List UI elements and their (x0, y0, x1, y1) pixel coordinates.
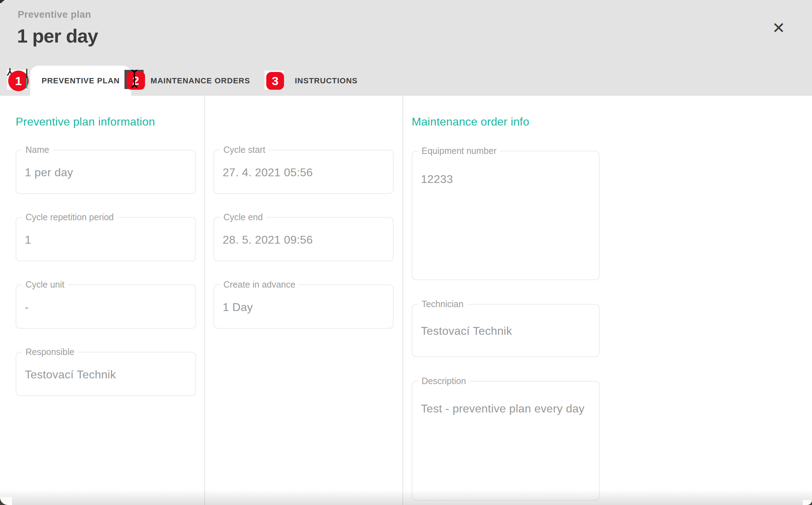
column-divider (204, 96, 205, 505)
modal-subtitle: Preventive plan (18, 9, 91, 20)
tab-label: INSTRUCTIONS (295, 76, 358, 85)
field-value: 27. 4. 2021 05:56 (223, 166, 313, 179)
tab-instructions[interactable]: INSTRUCTIONS (289, 66, 363, 96)
field-label: Cycle start (220, 145, 269, 155)
field-label: Equipment number (418, 146, 500, 156)
field-label: Create in advance (220, 279, 299, 290)
cycle-end-field[interactable]: Cycle end 28. 5. 2021 09:56 (213, 217, 394, 261)
tab-maintenance-orders[interactable]: MAINTENANCE ORDERS (147, 66, 254, 96)
responsible-field[interactable]: Responsible Testovací Technik (16, 352, 196, 396)
field-label: Name (22, 145, 53, 155)
cycle-repetition-period-field[interactable]: Cycle repetition period 1 (16, 217, 196, 261)
technician-field[interactable]: Technician Testovací Technik (412, 304, 600, 357)
equipment-number-field[interactable]: Equipment number 12233 (412, 151, 600, 280)
page-title: 1 per day (17, 25, 98, 47)
field-label: Description (418, 376, 469, 386)
section-heading-order-info: Maintenance order info (412, 115, 529, 128)
tab-label: MAINTENANCE ORDERS (151, 76, 250, 85)
field-value: Testovací Technik (421, 324, 512, 338)
close-icon: ✕ (772, 19, 785, 37)
tab-label: PREVENTIVE PLAN (41, 76, 119, 85)
section-heading-plan-info: Preventive plan information (16, 115, 155, 128)
modal-header: Preventive plan 1 per day ✕ PREVENTIVE P… (0, 0, 812, 96)
field-value: 1 per day (25, 166, 73, 179)
cycle-unit-field[interactable]: Cycle unit - (16, 284, 196, 329)
field-label: Cycle end (220, 212, 266, 222)
field-label: Cycle repetition period (22, 212, 117, 222)
field-value: 1 (25, 233, 31, 246)
tab-panel-preventive-plan: Preventive plan information Maintenance … (0, 96, 812, 505)
field-value: Testovací Technik (25, 368, 116, 381)
name-field[interactable]: Name 1 per day (16, 150, 196, 194)
som-badge-1: 1 (8, 71, 29, 91)
field-value: - (25, 301, 29, 314)
caret-line-dark (26, 69, 27, 78)
caret-line-teal (26, 78, 27, 89)
cycle-start-field[interactable]: Cycle start 27. 4. 2021 05:56 (213, 150, 394, 194)
close-button[interactable]: ✕ (766, 16, 791, 40)
tab-preventive-plan[interactable]: PREVENTIVE PLAN (30, 66, 131, 96)
field-value: 1 Day (223, 301, 253, 314)
field-label: Cycle unit (22, 279, 68, 290)
field-value: 28. 5. 2021 09:56 (223, 233, 313, 246)
field-value: Test - preventive plan every day (421, 402, 584, 415)
description-field[interactable]: Description Test - preventive plan every… (412, 381, 600, 501)
ibeam-cursor-icon (130, 69, 139, 89)
create-in-advance-field[interactable]: Create in advance 1 Day (213, 284, 394, 329)
field-label: Responsible (22, 347, 78, 357)
field-label: Technician (418, 299, 467, 309)
field-value: 12233 (421, 173, 453, 186)
column-divider (402, 96, 403, 505)
preventive-plan-modal: Preventive plan 1 per day ✕ PREVENTIVE P… (0, 0, 812, 505)
som-badge-3: 3 (266, 72, 284, 90)
